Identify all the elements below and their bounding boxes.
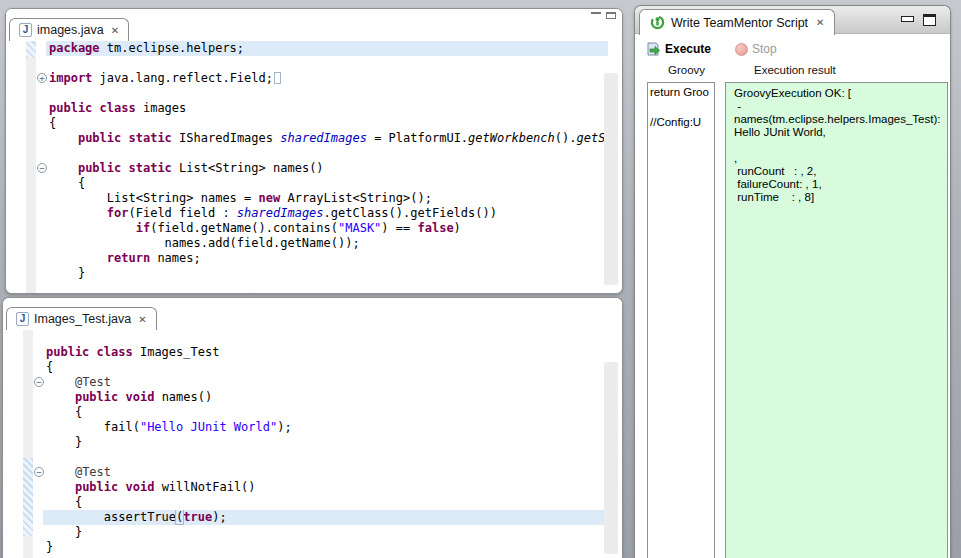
code-token: void [126,390,155,404]
code-token: names.add(field.getName()); [49,236,360,250]
tab-images-java[interactable]: J images.java ✕ [9,18,129,41]
code-token: (field.getName().contains( [150,221,338,235]
code-token [49,251,107,265]
code-token: names() [154,390,212,404]
code-token: assertTrue [46,510,176,524]
code-line[interactable]: } [43,435,608,450]
code-token: "Hello JUnit World" [140,420,277,434]
code-token: ) [454,221,461,235]
code-token: "MASK" [338,221,381,235]
code-line[interactable]: public void names() [43,390,608,405]
code-line[interactable]: for(Field field : sharedImages.getClass(… [46,206,608,221]
view-body: Execute Stop Groovy Execution result ret… [635,34,950,558]
code-token: @Test [75,375,111,389]
minimize-icon[interactable] [591,12,601,19]
code-token: package [49,41,100,55]
code-line[interactable]: public class images [46,101,608,116]
eclipse-workbench: { "colors": { "keyword": "#7b0052", "str… [0,0,961,558]
code-line[interactable] [46,146,608,161]
code-lines: package tm.eclipse.helpers;import java.l… [46,41,608,293]
code-line[interactable] [46,56,608,71]
code-token: List<String> names() [172,161,324,175]
code-line[interactable]: @Test [43,465,608,480]
code-line[interactable]: public void willNotFail() [43,480,608,495]
execution-result-output[interactable]: GroovyExecution OK: [ -names(tm.eclipse.… [725,82,948,558]
code-token [49,161,78,175]
code-token: names; [150,251,201,265]
code-token: public [75,480,118,494]
code-token: } [46,540,53,554]
code-line[interactable]: public static List<String> names() [46,161,608,176]
output-line: Hello JUnit World, [734,126,947,139]
code-token [92,101,99,115]
code-line[interactable]: { [46,116,608,131]
code-line[interactable] [43,450,608,465]
code-line[interactable] [46,86,608,101]
close-icon[interactable]: ✕ [111,25,119,36]
editor-images-java: J images.java ✕ +− package tm.eclipse.he… [5,8,623,294]
output-line [734,139,947,152]
code-line[interactable]: } [43,540,608,555]
code-token [46,390,75,404]
stop-button[interactable]: Stop [735,42,777,56]
editor1-tab-strip: J images.java ✕ [6,9,622,41]
code-line[interactable]: { [46,176,608,191]
code-token: new [259,191,281,205]
code-token [46,465,75,479]
code-token: public [46,345,89,359]
code-area[interactable]: −− public class Images_Test{ @Test publi… [3,330,622,558]
code-line[interactable]: if(field.getName().contains("MASK") == f… [46,221,608,236]
code-token: ); [212,510,226,524]
output-line: return Groo [650,85,714,100]
execute-button[interactable]: Execute [645,41,711,57]
code-line[interactable]: { [43,495,608,510]
code-token: (). [555,131,577,145]
code-token: true [183,510,212,524]
output-line: - [734,100,947,113]
teammentor-script-view: Write TeamMentor Script ✕ Execute Stop G… [634,5,951,558]
vertical-scrollbar[interactable] [604,362,618,554]
tab-images-test-java[interactable]: J Images_Test.java ✕ [6,307,157,330]
code-token: import [49,71,92,85]
minimize-icon[interactable] [901,16,914,22]
code-line[interactable]: names.add(field.getName()); [46,236,608,251]
code-line[interactable]: fail("Hello JUnit World"); [43,420,608,435]
code-line[interactable]: package tm.eclipse.helpers; [46,41,608,56]
code-line[interactable]: public class Images_Test [43,345,608,360]
code-line[interactable]: } [46,266,608,281]
code-line[interactable]: { [43,360,608,375]
code-line[interactable]: return names; [46,251,608,266]
teammentor-icon [650,15,665,30]
code-line[interactable]: assertTrue(true); [43,510,608,525]
range-indicator-column [23,330,33,558]
code-line[interactable] [43,330,608,345]
groovy-script-input[interactable]: return Groo //Config:U [647,82,715,558]
code-token: = PlatformUI. [367,131,468,145]
close-icon[interactable]: ✕ [816,17,824,28]
code-token: ArrayList<String>(); [280,191,432,205]
range-indicator-segment [23,458,33,536]
java-file-icon: J [19,23,32,37]
close-icon[interactable]: ✕ [138,314,146,325]
code-token: for [107,206,129,220]
code-token [89,345,96,359]
tab-label: Write TeamMentor Script [671,16,808,30]
code-token: } [46,525,82,539]
output-line: names(tm.eclipse.helpers.Images_Test): [734,113,947,126]
vertical-scrollbar[interactable] [604,73,618,285]
maximize-icon[interactable] [606,12,616,19]
code-token [49,221,136,235]
range-indicator-segment [26,41,36,58]
code-line[interactable]: } [43,525,608,540]
code-token: public [49,101,92,115]
code-token: public [78,161,121,175]
code-line[interactable]: { [43,405,608,420]
code-line[interactable]: import java.lang.reflect.Field; [46,71,608,86]
code-line[interactable]: @Test [43,375,608,390]
maximize-icon[interactable] [923,14,936,26]
code-line[interactable]: public static ISharedImages sharedImages… [46,131,608,146]
code-line[interactable]: List<String> names = new ArrayList<Strin… [46,191,608,206]
tab-write-teammentor-script[interactable]: Write TeamMentor Script ✕ [639,9,835,35]
code-area[interactable]: +− package tm.eclipse.helpers;import jav… [6,41,622,293]
groovy-column-label: Groovy [668,64,705,76]
